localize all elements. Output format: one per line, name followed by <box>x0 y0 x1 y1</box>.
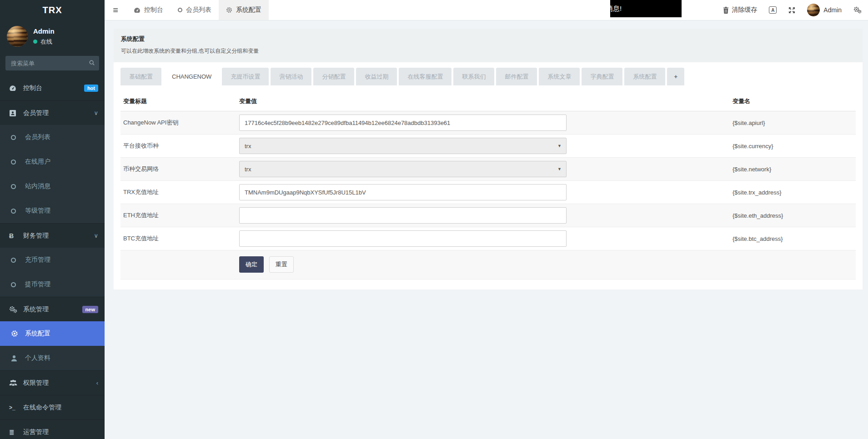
submit-button[interactable]: 确定 <box>239 256 264 273</box>
online-status-label: 在线 <box>40 38 52 46</box>
clear-cache-button[interactable]: 清除缓存 <box>723 6 757 14</box>
tab-system-article[interactable]: 系统文章 <box>539 68 580 85</box>
sidebar-item-dashboard[interactable]: 控制台 hot <box>0 76 105 100</box>
clear-cache-label: 清除缓存 <box>732 6 757 14</box>
sidebar-item-label: 个人资料 <box>25 354 98 362</box>
page-title: 系统配置 <box>121 35 855 43</box>
sidebar-menu: 控制台 hot 会员管理 ∨ 会员列表 在线用户 站内消息 等级管理 Ƀ <box>0 76 105 439</box>
sidebar-item-label: 会员列表 <box>25 133 98 141</box>
tab-dictionary[interactable]: 字典配置 <box>582 68 622 85</box>
var-name: {$site.network} <box>730 158 856 181</box>
sidebar-toggle-button[interactable]: ≡ <box>105 0 126 20</box>
page-subtitle: 可以在此增改系统的变量和分组,也可以自定义分组和变量 <box>121 47 855 55</box>
user-name: Admin <box>33 27 55 35</box>
circle-icon <box>11 160 22 165</box>
dashboard-icon <box>134 7 140 14</box>
topnav-tab-label: 控制台 <box>144 6 163 14</box>
tab-contact-us[interactable]: 联系我们 <box>453 68 494 85</box>
settings-button[interactable] <box>853 6 862 14</box>
var-name: {$site.btc_address} <box>730 227 856 250</box>
dashboard-icon <box>9 85 20 92</box>
sidebar-item-system-config[interactable]: 系统配置 <box>0 321 105 346</box>
tab-changenow[interactable]: CHANGENOW <box>163 68 220 85</box>
sidebar-item-label: 充币管理 <box>25 256 98 264</box>
btc-address-input[interactable] <box>239 230 567 247</box>
tab-marketing[interactable]: 营销活动 <box>271 68 311 85</box>
translate-icon: A <box>769 6 777 14</box>
admin-menu[interactable]: Admin <box>807 4 842 16</box>
topnav-tab-member-list[interactable]: 会员列表 <box>171 0 219 20</box>
var-name: {$site.apiurl} <box>730 111 856 135</box>
circle-icon <box>11 135 22 140</box>
sidebar-item-system-manage[interactable]: 系统管理 new <box>0 297 105 321</box>
tab-distribution[interactable]: 分销配置 <box>313 68 354 85</box>
language-button[interactable]: A <box>769 6 777 14</box>
chevron-down-icon: ∨ <box>94 232 98 239</box>
topnav-tab-dashboard[interactable]: 控制台 <box>126 0 171 20</box>
fullscreen-button[interactable] <box>788 7 795 14</box>
sidebar-item-profile[interactable]: 个人资料 <box>0 346 105 370</box>
sidebar-item-level-manage[interactable]: 等级管理 <box>0 199 105 223</box>
table-row: ChangeNow API密钥 {$site.apiurl} <box>120 111 856 135</box>
circle-icon <box>178 8 182 12</box>
chevron-left-icon: ‹ <box>96 379 98 386</box>
chevron-down-icon: ∨ <box>94 110 98 116</box>
sidebar-item-label: 等级管理 <box>25 207 98 215</box>
eth-address-input[interactable] <box>239 207 567 224</box>
topnav-tab-label: 系统配置 <box>236 6 261 14</box>
tab-deposit-withdraw[interactable]: 充提币设置 <box>222 68 269 85</box>
config-table: 变量标题 变量值 变量名 ChangeNow API密钥 {$site.apiu… <box>120 92 856 279</box>
var-title: BTC充值地址 <box>120 227 236 250</box>
var-title: 币种交易网络 <box>120 158 236 181</box>
member-book-icon <box>9 110 20 117</box>
tab-system-config[interactable]: 系统配置 <box>624 68 665 85</box>
topnav-tab-system-config[interactable]: 系统配置 <box>219 0 269 20</box>
col-header-title: 变量标题 <box>120 92 236 111</box>
sidebar-item-label: 控制台 <box>23 84 84 92</box>
table-row: 币种交易网络 trx ▼ {$site.network} <box>120 158 856 181</box>
sidebar-item-label: 系统配置 <box>25 329 98 338</box>
tab-income-expire[interactable]: 收益过期 <box>356 68 397 85</box>
var-title: TRX充值地址 <box>120 181 236 204</box>
new-badge: new <box>82 306 98 313</box>
sidebar-item-online-users[interactable]: 在线用户 <box>0 150 105 174</box>
sidebar-item-label: 在线用户 <box>25 158 98 166</box>
sidebar-item-label: 提币管理 <box>25 280 98 289</box>
user-icon <box>11 355 22 362</box>
search-input[interactable] <box>5 56 99 70</box>
tab-online-service[interactable]: 在线客服配置 <box>399 68 452 85</box>
panel-heading: 系统配置 可以在此增改系统的变量和分组,也可以自定义分组和变量 <box>114 29 863 62</box>
trash-icon <box>723 7 729 14</box>
panel-bottom-spacer <box>114 279 863 289</box>
topbar-right: 清除缓存 A Admin <box>711 0 868 20</box>
trx-address-input[interactable] <box>239 184 567 200</box>
currency-select[interactable]: trx <box>239 138 567 154</box>
network-select[interactable]: trx <box>239 161 567 177</box>
notification-marquee: 消息! <box>610 0 682 17</box>
search-icon <box>89 60 95 66</box>
config-panel: 系统配置 可以在此增改系统的变量和分组,也可以自定义分组和变量 基础配置 CHA… <box>114 29 863 289</box>
col-header-value: 变量值 <box>236 92 730 111</box>
sidebar-item-permissions[interactable]: 权限管理 ‹ <box>0 370 105 395</box>
circle-icon <box>11 258 22 263</box>
sidebar-item-member-list[interactable]: 会员列表 <box>0 125 105 150</box>
reset-button[interactable]: 重置 <box>269 256 294 273</box>
sidebar-item-label: 财务管理 <box>23 232 94 240</box>
list-icon: ≣ <box>9 429 20 436</box>
circle-icon <box>11 209 22 214</box>
online-status-dot <box>33 40 37 44</box>
sidebar-item-deposit-manage[interactable]: 充币管理 <box>0 248 105 272</box>
menu-search <box>5 56 99 70</box>
sidebar-item-withdraw-manage[interactable]: 提币管理 <box>0 272 105 297</box>
user-status: 在线 <box>33 38 55 46</box>
tab-base-config[interactable]: 基础配置 <box>120 68 161 85</box>
sidebar-item-operations[interactable]: ≣ 运营管理 <box>0 419 105 439</box>
sidebar-item-label: 站内消息 <box>25 182 98 190</box>
add-tab-button[interactable]: + <box>667 68 684 85</box>
tab-mail-config[interactable]: 邮件配置 <box>496 68 537 85</box>
sidebar-item-finance[interactable]: Ƀ 财务管理 ∨ <box>0 223 105 248</box>
sidebar-item-online-command[interactable]: >_ 在线命令管理 <box>0 395 105 419</box>
sidebar-item-members[interactable]: 会员管理 ∨ <box>0 100 105 125</box>
sidebar-item-site-messages[interactable]: 站内消息 <box>0 174 105 199</box>
apiurl-input[interactable] <box>239 115 567 131</box>
